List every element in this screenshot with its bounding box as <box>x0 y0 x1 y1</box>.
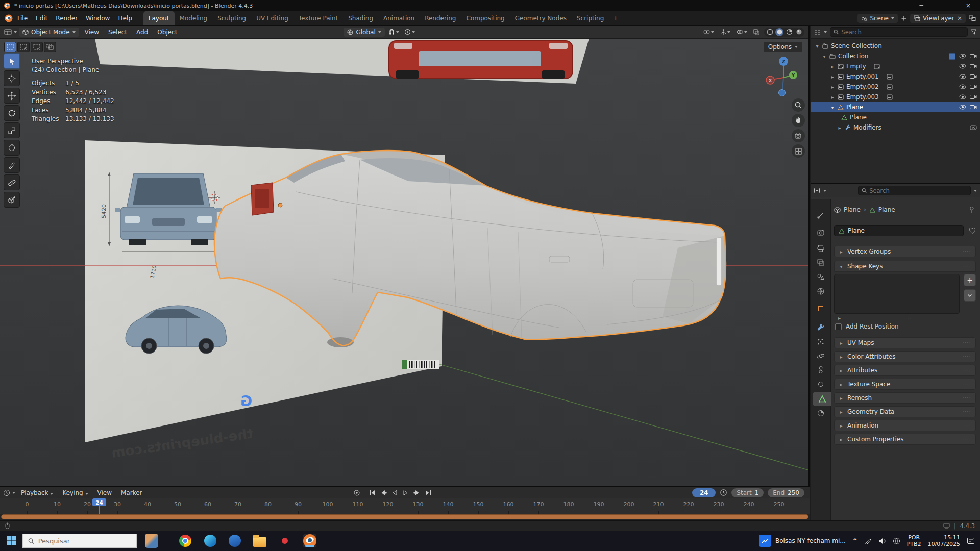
tool-measure[interactable] <box>4 174 20 190</box>
overlays-dropdown[interactable] <box>735 28 749 36</box>
section-attributes[interactable]: ▸Attributes···· <box>834 365 976 376</box>
screens-icon[interactable] <box>969 15 976 21</box>
tool-add-cube[interactable] <box>4 192 20 208</box>
file-explorer-icon[interactable] <box>253 534 266 547</box>
shading-solid-button[interactable] <box>775 28 783 36</box>
disclosure-icon[interactable]: ▸ <box>830 84 835 90</box>
outliner-row-empty-001[interactable]: ▸ Empty.001 <box>811 71 980 82</box>
shape-key-expand-icon[interactable]: ▸ <box>838 315 841 321</box>
disable-render-icon[interactable] <box>970 64 977 69</box>
menu-select[interactable]: Select <box>105 27 131 37</box>
section-animation[interactable]: ▸Animation···· <box>834 420 976 431</box>
breadcrumb-data[interactable]: Plane <box>878 206 895 213</box>
selectability-dropdown[interactable] <box>702 28 716 36</box>
chevron-down-icon[interactable] <box>824 31 827 33</box>
outliner-row-plane-data[interactable]: Plane <box>811 112 980 122</box>
tab-uv-editing[interactable]: UV Editing <box>251 11 293 25</box>
disable-render-icon[interactable] <box>970 94 977 99</box>
tab-object-data[interactable] <box>813 392 831 406</box>
chevron-down-icon[interactable] <box>823 190 826 192</box>
outliner-row-empty-002[interactable]: ▸ Empty.002 <box>811 82 980 92</box>
tab-material[interactable] <box>813 406 829 420</box>
tab-particles[interactable] <box>813 335 829 349</box>
tab-render[interactable] <box>813 226 829 240</box>
section-uv-maps[interactable]: ▸UV Maps···· <box>834 337 976 348</box>
tool-rotate[interactable] <box>4 105 20 121</box>
taskbar-search[interactable] <box>22 534 137 548</box>
disclosure-icon[interactable]: ▾ <box>815 43 820 49</box>
outliner-row-plane[interactable]: ▾ Plane <box>811 102 980 112</box>
navigation-gizmo[interactable]: Z X Y <box>763 54 804 105</box>
disable-render-icon[interactable] <box>970 74 977 79</box>
shading-material-button[interactable] <box>785 28 793 36</box>
section-remesh[interactable]: ▸Remesh···· <box>834 392 976 404</box>
next-keyframe-button[interactable] <box>412 488 422 497</box>
tab-output[interactable] <box>813 241 829 256</box>
viewport-canvas[interactable]: 5420 1710 <box>0 39 808 486</box>
menu-view-timeline[interactable]: View <box>94 488 115 498</box>
disclosure-icon[interactable]: ▸ <box>837 125 842 131</box>
news-ticker[interactable]: Bolsas NY fecham mi... <box>759 535 846 547</box>
close-button[interactable]: × <box>957 0 980 11</box>
new-scene-icon[interactable] <box>901 15 907 21</box>
transform-orientation-dropdown[interactable]: Global <box>344 28 384 37</box>
add-shape-key-button[interactable]: + <box>964 274 976 286</box>
notification-center-icon[interactable] <box>967 537 975 544</box>
chrome-icon[interactable] <box>179 534 192 547</box>
breadcrumb-object[interactable]: Plane <box>844 206 861 213</box>
jump-to-end-button[interactable] <box>423 488 433 497</box>
news-widget-icon[interactable] <box>145 534 158 547</box>
section-color-attributes[interactable]: ▸Color Attributes···· <box>834 351 976 362</box>
properties-search-input[interactable] <box>869 187 967 194</box>
proportional-editing-button[interactable] <box>403 28 416 36</box>
tray-expand-icon[interactable]: ^ <box>852 537 858 545</box>
menu-window[interactable]: Window <box>82 13 114 24</box>
chevron-down-icon[interactable] <box>974 190 977 192</box>
tab-modifiers[interactable] <box>813 320 829 335</box>
blender-logo-icon[interactable] <box>4 14 13 23</box>
menu-add[interactable]: Add <box>133 27 152 37</box>
outliner-row-empty-003[interactable]: ▸ Empty.003 <box>811 92 980 102</box>
add-rest-position-checkbox[interactable] <box>835 323 842 330</box>
fake-user-icon[interactable] <box>969 227 976 234</box>
hide-viewport-icon[interactable] <box>959 105 966 110</box>
language-indicator[interactable]: POR PTB2 <box>907 534 921 547</box>
menu-edit[interactable]: Edit <box>32 13 52 24</box>
network-globe-icon[interactable] <box>893 537 900 545</box>
tab-layout[interactable]: Layout <box>143 11 175 25</box>
menu-file[interactable]: File <box>13 13 32 24</box>
start-frame-field[interactable]: Start1 <box>731 488 764 497</box>
opera-icon[interactable] <box>278 534 291 547</box>
tab-sculpting[interactable]: Sculpting <box>212 11 251 25</box>
playhead-label[interactable]: 24 <box>92 498 106 506</box>
auto-keying-button[interactable] <box>352 488 362 497</box>
timeline-editor-icon[interactable] <box>3 489 10 496</box>
tab-compositing[interactable]: Compositing <box>461 11 509 25</box>
tab-tool[interactable] <box>813 208 829 222</box>
properties-editor-icon[interactable] <box>814 187 820 194</box>
select-mode-new-button[interactable] <box>4 42 16 52</box>
perspective-toggle-icon[interactable] <box>792 144 805 158</box>
disclosure-icon[interactable]: ▾ <box>822 54 827 59</box>
timeline-ruler[interactable]: 0 10 20 30 40 50 60 70 80 90 100 110 120… <box>0 498 810 514</box>
tool-annotate[interactable] <box>4 157 20 173</box>
gizmos-dropdown[interactable] <box>719 28 732 36</box>
tab-physics[interactable] <box>813 349 829 363</box>
disclosure-icon[interactable]: ▸ <box>830 94 835 100</box>
shading-rendered-button[interactable] <box>795 28 803 36</box>
blender-taskbar-icon[interactable] <box>303 534 316 547</box>
tab-armature[interactable] <box>813 377 829 391</box>
tab-view-layer[interactable] <box>813 256 829 270</box>
tool-move[interactable] <box>4 88 20 104</box>
chevron-down-icon[interactable] <box>14 31 17 33</box>
camera-view-icon[interactable] <box>792 129 805 142</box>
tab-world[interactable] <box>813 284 829 298</box>
select-mode-intersect-button[interactable] <box>44 42 56 52</box>
current-frame-field[interactable]: 24 <box>692 488 716 497</box>
menu-keying[interactable]: Keying <box>59 488 91 498</box>
section-texture-space[interactable]: ▸Texture Space···· <box>834 379 976 390</box>
collection-checkbox[interactable] <box>949 53 955 60</box>
select-mode-subtract-button[interactable] <box>31 42 43 52</box>
tab-animation[interactable]: Animation <box>378 11 420 25</box>
jump-to-start-button[interactable] <box>367 488 377 497</box>
